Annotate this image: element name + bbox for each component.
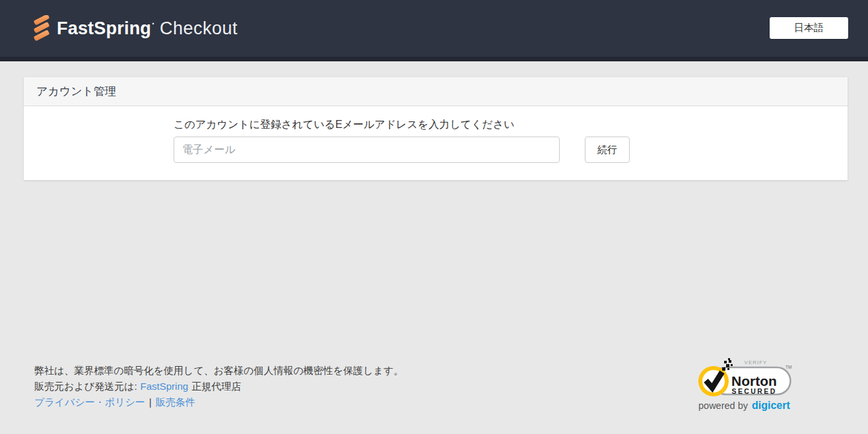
brand-trademark: · bbox=[152, 18, 155, 29]
seller-line: 販売元および発送元は:FastSpring正規代理店 bbox=[34, 379, 403, 394]
norton-seal-icon: VERIFY TM Norton SECURED bbox=[697, 358, 796, 399]
brand-title: FastSpring· Checkout bbox=[57, 18, 238, 39]
panel-title: アカウント管理 bbox=[36, 84, 116, 99]
panel-body: このアカウントに登録されているEメールアドレスを入力してください 続行 bbox=[24, 106, 848, 180]
secured-label: SECURED bbox=[732, 387, 777, 395]
email-form-row: 続行 bbox=[174, 137, 848, 163]
security-notice: 弊社は、業界標準の暗号化を使用して、お客様の個人情報の機密性を保護します。 bbox=[34, 363, 403, 379]
fastspring-logo-icon bbox=[33, 15, 50, 42]
brand-name: FastSpring bbox=[57, 18, 151, 39]
fastspring-link[interactable]: FastSpring bbox=[141, 381, 189, 392]
language-selector-button[interactable]: 日本語 bbox=[770, 17, 848, 39]
header-bar: FastSpring· Checkout 日本語 bbox=[0, 0, 868, 61]
footer: 弊社は、業界標準の暗号化を使用して、お客様の個人情報の機密性を保護します。 販売… bbox=[34, 363, 403, 410]
powered-by-label: powered by bbox=[698, 400, 748, 411]
powered-by-line: powered by digicert bbox=[697, 400, 796, 412]
privacy-policy-link[interactable]: プライバシー・ポリシー bbox=[34, 396, 145, 408]
panel-header: アカウント管理 bbox=[24, 77, 848, 106]
verify-label: VERIFY bbox=[745, 359, 768, 365]
seller-suffix: 正規代理店 bbox=[191, 381, 241, 392]
norton-secured-seal[interactable]: VERIFY TM Norton SECURED powered by digi… bbox=[697, 358, 796, 412]
continue-button[interactable]: 続行 bbox=[585, 137, 630, 163]
links-separator: | bbox=[149, 396, 152, 408]
product-name: Checkout bbox=[160, 18, 238, 39]
brand-logo[interactable]: FastSpring· Checkout bbox=[33, 15, 238, 42]
digicert-label: digicert bbox=[752, 400, 790, 412]
trademark-label: TM bbox=[785, 365, 791, 369]
account-management-panel: アカウント管理 このアカウントに登録されているEメールアドレスを入力してください… bbox=[24, 77, 848, 180]
legal-links-line: プライバシー・ポリシー|販売条件 bbox=[34, 394, 403, 410]
email-input[interactable] bbox=[174, 137, 560, 163]
email-label: このアカウントに登録されているEメールアドレスを入力してください bbox=[174, 118, 848, 131]
seller-prefix: 販売元および発送元は: bbox=[34, 381, 137, 392]
terms-link[interactable]: 販売条件 bbox=[156, 396, 195, 408]
